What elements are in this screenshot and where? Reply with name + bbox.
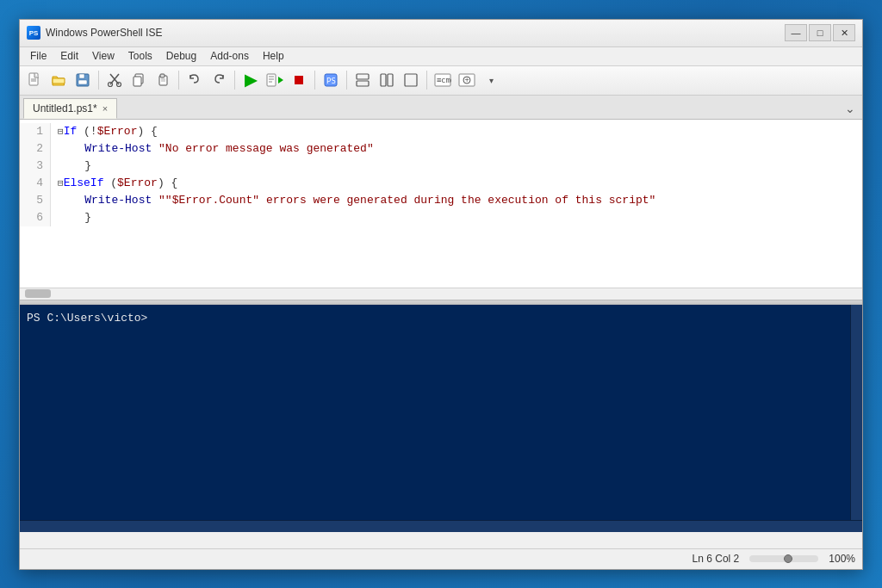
svg-rect-25	[381, 74, 386, 86]
separator-4	[314, 71, 315, 90]
zoom-slider[interactable]	[749, 555, 818, 562]
code-line-2: Write-Host "No error message was generat…	[58, 140, 855, 158]
window-controls: — □ ✕	[785, 24, 855, 41]
svg-text:+: +	[465, 76, 469, 84]
window-title: Windows PowerShell ISE	[46, 27, 785, 39]
separator-5	[346, 71, 347, 90]
maximize-button[interactable]: □	[809, 24, 831, 41]
run-script-button[interactable]: ▶	[239, 69, 262, 91]
console-pane[interactable]: PS C:\Users\victo>	[20, 305, 862, 520]
close-button[interactable]: ✕	[833, 24, 855, 41]
title-bar: PS Windows PowerShell ISE — □ ✕	[20, 20, 862, 47]
svg-rect-16	[267, 74, 276, 86]
separator-1	[98, 71, 99, 90]
script-tab[interactable]: Untitled1.ps1* ×	[23, 98, 117, 119]
console-hscroll[interactable]	[20, 520, 862, 532]
console-vscroll[interactable]	[850, 305, 862, 520]
console-prompt: PS C:\Users\victo>	[27, 312, 147, 325]
status-info: Ln 6 Col 2 100%	[693, 553, 855, 565]
line-num-2: 2	[23, 140, 47, 158]
code-line-5: Write-Host ""$Error.Count" errors were g…	[58, 192, 855, 209]
separator-2	[178, 71, 179, 90]
console-content: PS C:\Users\victo>	[20, 305, 862, 332]
code-line-6: }	[58, 209, 855, 226]
cut-button[interactable]	[103, 69, 126, 91]
separator-6	[426, 71, 427, 90]
menu-file[interactable]: File	[23, 48, 53, 64]
layout-max-button[interactable]	[400, 69, 422, 91]
menu-addons[interactable]: Add-ons	[203, 48, 256, 64]
menu-debug[interactable]: Debug	[159, 48, 203, 64]
line-num-1: 1	[23, 123, 47, 140]
command-addons-button[interactable]: PS	[320, 69, 342, 91]
line-num-6: 6	[23, 209, 47, 226]
toolbar: ▶ ⏹ PS	[20, 66, 862, 96]
menu-bar: File Edit View Tools Debug Add-ons Help	[20, 47, 862, 66]
layout-horiz-button[interactable]	[351, 69, 374, 91]
svg-rect-23	[357, 74, 369, 79]
code-line-1: ⊟If (!$Error) {	[58, 123, 855, 140]
copy-button[interactable]	[127, 69, 150, 91]
script-pane[interactable]: 1 2 3 4 5 6 ⊟If (!$Error) { Write-Host "…	[20, 120, 862, 288]
code-line-4: ⊟ElseIf ($Error) {	[58, 175, 855, 192]
undo-button[interactable]	[183, 69, 206, 91]
new-file-button[interactable]	[23, 69, 46, 91]
minimize-button[interactable]: —	[785, 24, 807, 41]
line-num-4: 4	[23, 175, 47, 192]
open-file-button[interactable]	[47, 69, 70, 91]
svg-rect-27	[405, 74, 417, 86]
redo-button[interactable]	[208, 69, 230, 91]
svg-text:cmd: cmd	[441, 76, 451, 84]
line-num-3: 3	[23, 158, 47, 175]
svg-rect-4	[79, 74, 84, 78]
save-file-button[interactable]	[71, 69, 94, 91]
svg-rect-24	[357, 81, 369, 86]
svg-rect-11	[134, 77, 141, 86]
app-icon: PS	[27, 26, 40, 40]
powershell-ise-window: PS Windows PowerShell ISE — □ ✕ File Edi…	[19, 19, 863, 570]
more-button[interactable]: ▾	[480, 69, 502, 91]
svg-marker-17	[278, 77, 283, 84]
svg-rect-13	[160, 74, 165, 77]
status-ln-col: Ln 6 Col 2	[693, 553, 740, 565]
zoom-level: 100%	[829, 553, 855, 565]
tab-label: Untitled1.ps1*	[33, 102, 97, 115]
separator-3	[234, 71, 235, 90]
menu-view[interactable]: View	[85, 48, 121, 64]
menu-help[interactable]: Help	[256, 48, 291, 64]
run-selection-button[interactable]	[264, 69, 286, 91]
line-numbers: 1 2 3 4 5 6	[20, 123, 51, 226]
code-line-3: }	[58, 158, 855, 175]
hscroll-thumb[interactable]	[25, 289, 51, 298]
layout-vert-button[interactable]	[376, 69, 398, 91]
tab-scroll-button[interactable]: ⌄	[842, 98, 859, 119]
show-commands-button[interactable]: ≡ cmd	[432, 69, 454, 91]
script-content: 1 2 3 4 5 6 ⊟If (!$Error) { Write-Host "…	[20, 120, 862, 230]
zoom-thumb	[784, 554, 792, 563]
svg-text:PS: PS	[326, 77, 336, 85]
status-bar: Ln 6 Col 2 100%	[20, 548, 862, 569]
paste-button[interactable]	[152, 69, 174, 91]
menu-tools[interactable]: Tools	[121, 48, 159, 64]
script-hscroll[interactable]	[20, 288, 862, 300]
stop-button[interactable]: ⏹	[288, 69, 310, 91]
editor-wrapper: Untitled1.ps1* × ⌄ 1 2 3 4 5 6 ⊟If (!$Er…	[20, 96, 862, 548]
show-addons-button[interactable]: +	[456, 69, 478, 91]
svg-rect-5	[78, 80, 87, 84]
tab-bar: Untitled1.ps1* × ⌄	[20, 96, 862, 120]
tab-close-button[interactable]: ×	[102, 103, 108, 114]
menu-edit[interactable]: Edit	[53, 48, 85, 64]
code-lines[interactable]: ⊟If (!$Error) { Write-Host "No error mes…	[51, 123, 862, 226]
line-num-5: 5	[23, 192, 47, 209]
svg-rect-26	[388, 74, 393, 86]
